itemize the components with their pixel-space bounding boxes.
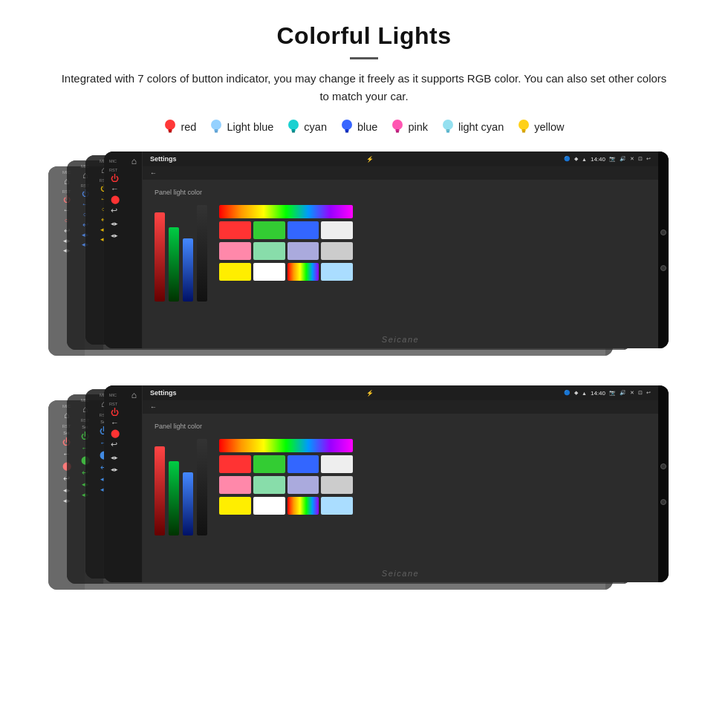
title-section: Colorful Lights Integrated with 7 colors… (30, 22, 698, 105)
color-label-blue: blue (357, 121, 377, 133)
bottom-device-group: MIC ⌂ RST Set ⏻ ← ⬤ ↩ ◂▸ ◂▸ MIC ⌂ RST Se… (30, 385, 698, 605)
title-divider (350, 57, 378, 59)
color-label-red: red (181, 121, 196, 133)
color-item-lightcyan: light cyan (441, 119, 504, 135)
watermark-top: Seicane (382, 335, 419, 344)
svg-rect-14 (396, 131, 399, 133)
svg-point-15 (443, 120, 453, 130)
svg-rect-8 (292, 131, 295, 133)
svg-rect-19 (522, 129, 526, 131)
color-item-cyan: cyan (287, 119, 327, 135)
bulb-icon-lightblue (209, 119, 223, 135)
color-label-cyan: cyan (304, 121, 327, 133)
svg-point-3 (211, 120, 221, 130)
bulb-icon-pink (391, 119, 404, 135)
color-indicators-row: red Light blue cyan (30, 119, 698, 135)
device-front-top: MIC ⌂ RST ⏻ ← ⬤ ↩ ◂▸ ◂▸ Settings ⚡ (104, 152, 669, 348)
status-title: Settings (150, 155, 177, 163)
svg-point-12 (392, 120, 403, 130)
color-label-yellow: yellow (534, 121, 564, 133)
page-title: Colorful Lights (30, 22, 698, 50)
svg-rect-1 (169, 129, 172, 131)
bulb-icon-cyan (287, 119, 300, 135)
bulb-icon-lightcyan (441, 119, 455, 135)
svg-rect-13 (396, 129, 400, 131)
svg-rect-2 (169, 131, 172, 133)
panel-light-label-bottom: Panel light color (155, 423, 646, 430)
top-device-group: MIC ⌂ RST ⏻ ← ○ ↩ ◂▸ ◂▸ MIC ⌂ RST ⏻ ← ○ (30, 152, 698, 371)
svg-point-18 (519, 120, 529, 130)
svg-rect-17 (446, 131, 449, 133)
color-item-blue: blue (340, 119, 377, 135)
bulb-icon-blue (340, 119, 354, 135)
color-item-red: red (163, 119, 196, 135)
device-front-bottom: MIC ⌂ RST ⏻ ← ⬤ ↩ ◂▸ ◂▸ Settings ⚡ (104, 385, 669, 582)
watermark-bottom: Seicane (382, 569, 419, 578)
color-item-yellow: yellow (517, 119, 564, 135)
color-item-pink: pink (391, 119, 428, 135)
color-label-lightblue: Light blue (227, 121, 273, 133)
color-item-lightblue: Light blue (209, 119, 273, 135)
bulb-icon-red (163, 119, 177, 135)
svg-rect-10 (345, 129, 348, 131)
page-container: Colorful Lights Integrated with 7 colors… (0, 0, 728, 645)
svg-rect-11 (345, 131, 348, 133)
svg-point-0 (165, 120, 175, 130)
page-subtitle: Integrated with 7 colors of button indic… (59, 70, 669, 105)
color-label-pink: pink (408, 121, 428, 133)
svg-rect-20 (522, 131, 525, 133)
svg-rect-7 (292, 129, 296, 131)
color-label-lightcyan: light cyan (458, 121, 504, 133)
svg-point-6 (288, 120, 299, 130)
status-time: 14:40 (591, 156, 605, 163)
bulb-icon-yellow (517, 119, 530, 135)
svg-rect-5 (215, 131, 218, 133)
svg-rect-16 (446, 129, 449, 131)
panel-light-label-top: Panel light color (155, 189, 646, 196)
svg-point-9 (342, 120, 352, 130)
svg-rect-4 (215, 129, 218, 131)
